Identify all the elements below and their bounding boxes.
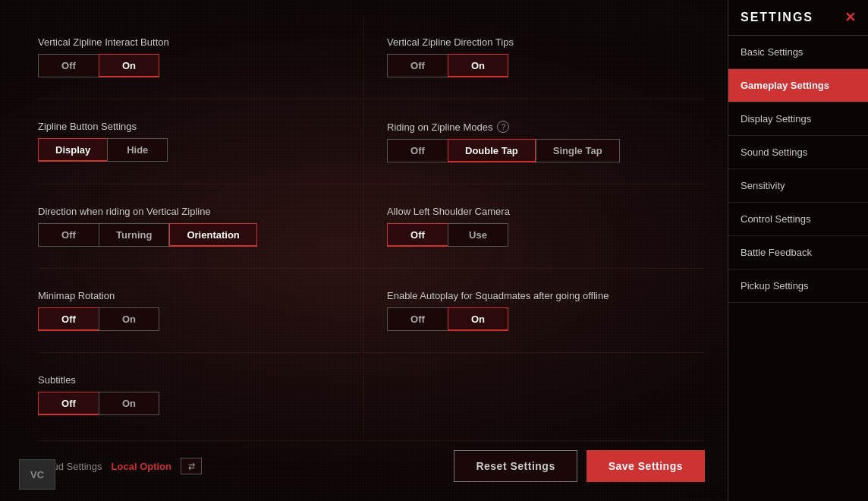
settings-content-area: Vertical Zipline Interact Button Off On … [0, 0, 728, 501]
riding-zipline-help-icon[interactable]: ? [497, 121, 509, 133]
sidebar-item-battle[interactable]: Battle Feedback [728, 236, 868, 269]
sidebar-item-display[interactable]: Display Settings [728, 102, 868, 136]
subtitles-label: Subtitles [38, 374, 326, 386]
minimap-rotation-setting: Minimap Rotation Off On [38, 279, 341, 342]
allow-left-shoulder-cell: Allow Left Shoulder Camera Off Use [364, 184, 705, 268]
vertical-zipline-direction-tips-cell: Vertical Zipline Direction Tips Off On [364, 15, 705, 99]
vertical-zipline-direction-tips-off-btn[interactable]: Off [387, 54, 448, 77]
vertical-zipline-interact-setting: Vertical Zipline Interact Button Off On [38, 26, 341, 88]
empty-cell [364, 353, 705, 436]
settings-row-4: Minimap Rotation Off On Enable Autoplay … [38, 269, 705, 352]
sidebar: SETTINGS ✕ Basic Settings Gameplay Setti… [728, 0, 868, 501]
vertical-zipline-direction-tips-label: Vertical Zipline Direction Tips [387, 36, 675, 48]
zipline-button-settings-cell: Zipline Button Settings Display Hide [38, 99, 364, 184]
zipline-button-label: Zipline Button Settings [38, 121, 326, 132]
vertical-zipline-interact-cell: Vertical Zipline Interact Button Off On [38, 15, 364, 99]
riding-zipline-singletap-btn[interactable]: Single Tap [536, 139, 620, 162]
sidebar-item-sensitivity[interactable]: Sensitivity [728, 169, 868, 203]
zipline-button-display-btn[interactable]: Display [38, 138, 107, 162]
sidebar-title: SETTINGS [741, 11, 813, 24]
sidebar-header: SETTINGS ✕ [728, 0, 868, 36]
subtitles-toggle-group: Off On [38, 392, 326, 415]
settings-row-3: Direction when riding on Vertical Ziplin… [38, 184, 705, 268]
enable-autoplay-on-btn[interactable]: On [448, 307, 508, 331]
save-settings-button[interactable]: Save Settings [587, 450, 705, 482]
settings-grid-container: Vertical Zipline Interact Button Off On … [38, 15, 705, 440]
reset-settings-button[interactable]: Reset Settings [454, 450, 577, 482]
subtitles-off-btn[interactable]: Off [38, 392, 99, 415]
allow-left-shoulder-setting: Allow Left Shoulder Camera Off Use [387, 195, 690, 257]
bottom-bar: Cloud Settings Local Option ⇄ Reset Sett… [38, 441, 705, 486]
allow-left-shoulder-off-btn[interactable]: Off [387, 223, 448, 247]
riding-zipline-off-btn[interactable]: Off [387, 139, 448, 162]
enable-autoplay-label: Enable Autoplay for Squadmates after goi… [387, 290, 675, 301]
vertical-zipline-interact-on-btn[interactable]: On [99, 54, 159, 77]
minimap-rotation-on-btn[interactable]: On [99, 307, 159, 331]
enable-autoplay-setting: Enable Autoplay for Squadmates after goi… [387, 279, 690, 342]
direction-riding-toggle-group: Off Turning Orientation [38, 223, 326, 247]
logo-text: VC [30, 469, 44, 481]
vertical-zipline-direction-tips-on-btn[interactable]: On [448, 54, 508, 77]
minimap-rotation-label: Minimap Rotation [38, 290, 326, 301]
direction-riding-vertical-setting: Direction when riding on Vertical Ziplin… [38, 195, 341, 257]
allow-left-shoulder-label: Allow Left Shoulder Camera [387, 206, 675, 217]
sidebar-item-gameplay[interactable]: Gameplay Settings [728, 69, 868, 102]
direction-riding-turning-btn[interactable]: Turning [99, 223, 169, 247]
minimap-rotation-toggle-group: Off On [38, 307, 326, 331]
riding-zipline-modes-cell: Riding on Zipline Modes ? Off Double Tap… [364, 99, 705, 184]
direction-riding-off-btn[interactable]: Off [38, 223, 99, 247]
logo: VC [19, 459, 55, 490]
riding-zipline-doubletap-btn[interactable]: Double Tap [448, 139, 536, 162]
enable-autoplay-off-btn[interactable]: Off [387, 307, 448, 331]
sidebar-item-sound[interactable]: Sound Settings [728, 136, 868, 169]
subtitles-cell: Subtitles Off On [38, 353, 364, 436]
enable-autoplay-cell: Enable Autoplay for Squadmates after goi… [364, 269, 705, 352]
logo-box: VC [19, 459, 55, 490]
zipline-button-hide-btn[interactable]: Hide [107, 138, 168, 162]
subtitles-on-btn[interactable]: On [99, 392, 159, 415]
zipline-button-toggle-group: Display Hide [38, 138, 326, 162]
settings-row-1: Vertical Zipline Interact Button Off On … [38, 15, 705, 99]
riding-zipline-modes-toggle-group: Off Double Tap Single Tap [387, 139, 675, 162]
sidebar-item-basic[interactable]: Basic Settings [728, 36, 868, 69]
vertical-zipline-direction-tips-setting: Vertical Zipline Direction Tips Off On [387, 26, 690, 88]
allow-left-shoulder-toggle-group: Off Use [387, 223, 675, 247]
zipline-button-setting: Zipline Button Settings Display Hide [38, 110, 341, 172]
riding-zipline-modes-label: Riding on Zipline Modes ? [387, 121, 675, 133]
allow-left-shoulder-use-btn[interactable]: Use [448, 223, 508, 247]
minimap-rotation-cell: Minimap Rotation Off On [38, 269, 364, 352]
vertical-zipline-interact-label: Vertical Zipline Interact Button [38, 36, 326, 48]
vertical-zipline-interact-toggle-group: Off On [38, 54, 326, 77]
subtitles-setting: Subtitles Off On [38, 364, 341, 426]
riding-zipline-modes-setting: Riding on Zipline Modes ? Off Double Tap… [387, 110, 690, 173]
direction-riding-vertical-label: Direction when riding on Vertical Ziplin… [38, 206, 326, 217]
direction-riding-orientation-btn[interactable]: Orientation [169, 223, 256, 247]
sidebar-item-pickup[interactable]: Pickup Settings [728, 269, 868, 303]
sidebar-item-control[interactable]: Control Settings [728, 203, 868, 236]
vertical-zipline-interact-off-btn[interactable]: Off [38, 54, 99, 77]
close-button[interactable]: ✕ [844, 11, 856, 24]
direction-riding-vertical-cell: Direction when riding on Vertical Ziplin… [38, 184, 364, 268]
transfer-icon-btn[interactable]: ⇄ [181, 458, 202, 474]
settings-row-2: Zipline Button Settings Display Hide Rid… [38, 99, 705, 184]
local-option-label: Local Option [112, 461, 171, 472]
vertical-zipline-direction-tips-toggle-group: Off On [387, 54, 675, 77]
enable-autoplay-toggle-group: Off On [387, 307, 675, 331]
settings-row-5: Subtitles Off On [38, 353, 705, 436]
minimap-rotation-off-btn[interactable]: Off [38, 307, 99, 331]
